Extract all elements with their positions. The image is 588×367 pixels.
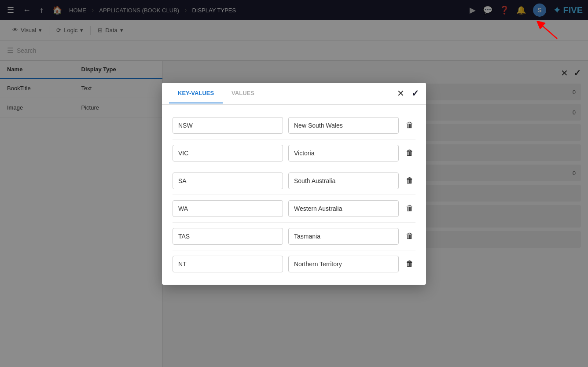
kv-value-input-4[interactable] (288, 228, 399, 245)
modal-actions: ✕ ✓ (397, 89, 419, 98)
modal-confirm-button[interactable]: ✓ (412, 89, 419, 98)
modal-header: KEY-VALUES VALUES ✕ ✓ (162, 83, 426, 105)
kv-key-input-1[interactable] (173, 145, 283, 161)
kv-key-input-4[interactable] (173, 228, 283, 245)
kv-value-input-1[interactable] (288, 145, 399, 161)
arrow-annotation (535, 21, 562, 43)
svg-line-0 (540, 23, 557, 39)
kv-value-input-2[interactable] (288, 172, 399, 189)
kv-key-input-0[interactable] (173, 117, 283, 134)
kv-delete-button-1[interactable]: 🗑 (404, 147, 415, 159)
kv-delete-button-2[interactable]: 🗑 (404, 174, 415, 187)
kv-delete-button-5[interactable]: 🗑 (404, 257, 415, 270)
kv-delete-button-0[interactable]: 🗑 (404, 119, 415, 132)
kv-key-input-2[interactable] (173, 172, 283, 189)
kv-value-input-3[interactable] (288, 200, 399, 217)
key-values-modal: KEY-VALUES VALUES ✕ ✓ 🗑 🗑 🗑 🗑 (162, 83, 426, 285)
modal-close-button[interactable]: ✕ (397, 89, 404, 98)
kv-row: 🗑 (173, 112, 415, 139)
kv-value-input-5[interactable] (288, 256, 399, 272)
tab-values[interactable]: VALUES (223, 84, 263, 103)
modal-overlay: KEY-VALUES VALUES ✕ ✓ 🗑 🗑 🗑 🗑 (0, 0, 588, 367)
kv-key-input-3[interactable] (173, 200, 283, 217)
kv-key-input-5[interactable] (173, 256, 283, 272)
kv-row: 🗑 (173, 167, 415, 195)
modal-body: 🗑 🗑 🗑 🗑 🗑 🗑 (162, 105, 426, 285)
kv-row: 🗑 (173, 250, 415, 278)
kv-delete-button-4[interactable]: 🗑 (404, 230, 415, 242)
kv-row: 🗑 (173, 223, 415, 250)
tab-key-values[interactable]: KEY-VALUES (169, 84, 223, 103)
kv-row: 🗑 (173, 195, 415, 223)
kv-value-input-0[interactable] (288, 117, 399, 134)
kv-delete-button-3[interactable]: 🗑 (404, 202, 415, 215)
kv-row: 🗑 (173, 139, 415, 167)
